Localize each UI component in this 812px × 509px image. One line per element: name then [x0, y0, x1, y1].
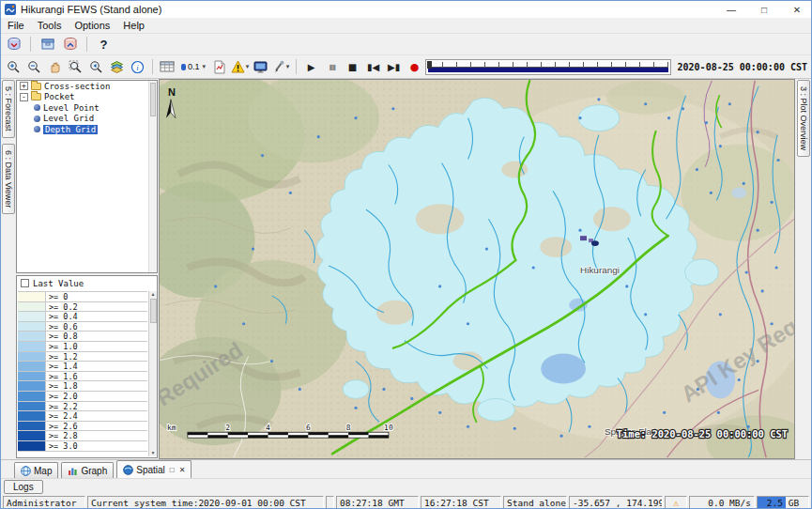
warning-layer-icon[interactable]: ▾	[230, 57, 250, 76]
legend-label: >= 1.6	[46, 372, 147, 381]
legend-row: >= 0.4	[18, 312, 147, 322]
zoom-extent-icon[interactable]	[66, 57, 85, 76]
title-bar: Hikurangi FEWS (Stand alone) — □ ✕	[1, 1, 811, 18]
tree-scrollbar[interactable]	[148, 81, 157, 272]
close-button[interactable]: ✕	[783, 2, 811, 18]
status-warning-icon[interactable]: ⚠	[665, 496, 687, 509]
legend-panel: Last Value >= 0 >= 0.2 >= 0.4 >= 0.6 >= …	[16, 275, 158, 458]
menu-help[interactable]: Help	[116, 19, 151, 32]
legend-row: >= 2.8	[18, 431, 147, 441]
tab-plot-overview[interactable]: 3 : Plot Overview	[797, 80, 810, 157]
status-memory: 2.5 GB	[757, 496, 809, 509]
info-icon[interactable]: i	[128, 57, 147, 76]
help-icon[interactable]: ?	[94, 35, 114, 54]
legend-label: >= 0.8	[46, 332, 147, 341]
map-viewport[interactable]: Hikurangi Springs Flat API Key Required …	[159, 79, 795, 459]
step-back-button[interactable]: ▮◀	[363, 57, 383, 76]
legend-row: >= 1.2	[18, 352, 147, 362]
spatial-sphere-icon	[123, 465, 133, 475]
zoom-in-icon[interactable]	[4, 57, 23, 76]
time-slider[interactable]	[425, 59, 670, 75]
status-download-speed: 0.0 MB/s	[689, 496, 755, 509]
layer-tree: + Cross-section - Pocket Level Point Lev…	[16, 80, 158, 273]
chevron-down-icon[interactable]: ▾	[246, 63, 250, 70]
legend-row: >= 2.4	[18, 411, 147, 422]
legend-swatch	[18, 302, 46, 312]
dropper-tool-icon[interactable]: ▾	[271, 57, 291, 76]
main-area: 5 : Forecast 6 : Data Viewer + Cross-sec…	[1, 79, 811, 459]
menu-file[interactable]: File	[1, 19, 31, 32]
time-slider-handle[interactable]	[427, 61, 432, 69]
database-icon[interactable]	[4, 35, 23, 54]
panel-close-button[interactable]: ✕	[179, 466, 186, 474]
legend-swatch	[18, 411, 46, 421]
legend-swatch	[18, 392, 46, 401]
legend-label: >= 1.2	[46, 352, 147, 362]
legend-swatch	[18, 322, 46, 332]
minimize-button[interactable]: —	[717, 2, 745, 18]
chevron-down-icon[interactable]: ▾	[286, 63, 290, 70]
zoom-previous-icon[interactable]	[86, 57, 106, 76]
legend-scrollbar[interactable]: ▲ ▼	[148, 291, 157, 456]
animation-display-icon[interactable]	[251, 57, 270, 76]
pause-button[interactable]: ▮▮	[322, 57, 342, 76]
pan-icon[interactable]	[45, 57, 65, 76]
profile-document-icon[interactable]	[209, 57, 229, 76]
scrollbar-thumb[interactable]	[150, 83, 156, 116]
window-title: Hikurangi FEWS (Stand alone)	[21, 4, 161, 15]
status-coordinates: -35.657 , 174.199	[569, 496, 663, 509]
stop-button[interactable]: ■	[343, 57, 362, 76]
expander-icon[interactable]: -	[20, 93, 28, 101]
tree-item-pocket[interactable]: - Pocket	[17, 92, 157, 103]
archive-icon[interactable]	[38, 35, 57, 54]
contour-threshold-control[interactable]: 0.1 ▾	[178, 57, 208, 76]
legend-label: >= 1.0	[46, 342, 147, 351]
legend-swatch	[18, 422, 46, 431]
menu-options[interactable]: Options	[68, 19, 116, 32]
tree-item-label: Level Point	[43, 103, 100, 113]
status-spacer	[326, 496, 334, 509]
expander-icon[interactable]: +	[20, 82, 28, 90]
time-range-bar	[428, 68, 667, 72]
layers-icon[interactable]	[107, 57, 127, 76]
tab-spatial[interactable]: Spatial □ ✕	[116, 460, 192, 478]
last-value-checkbox[interactable]	[21, 279, 29, 287]
map-canvas[interactable]: Hikurangi Springs Flat API Key Required …	[160, 80, 794, 458]
right-tab-strip: 3 : Plot Overview	[795, 79, 811, 459]
current-datetime: 2020-08-25 00:00:00 CST	[678, 62, 807, 72]
tab-graph[interactable]: Graph	[61, 462, 114, 478]
tab-forecast[interactable]: 5 : Forecast	[2, 80, 15, 138]
tab-graph-label: Graph	[81, 466, 107, 476]
folder-icon	[31, 93, 41, 100]
tree-item-depth-grid[interactable]: Depth Grid	[17, 124, 157, 135]
app-window: Hikurangi FEWS (Stand alone) — □ ✕ File …	[0, 0, 812, 509]
tree-item-level-grid[interactable]: Level Grid	[17, 114, 157, 125]
legend-list: >= 0 >= 0.2 >= 0.4 >= 0.6 >= 0.8 >= 1.0 …	[18, 291, 147, 456]
record-button[interactable]: ●	[405, 57, 424, 76]
zoom-out-icon[interactable]	[24, 57, 44, 76]
tab-map[interactable]: Map	[14, 462, 58, 478]
map-toolbar: i 0.1 ▾ ▾ ▾ ▶ ▮▮ ■ ▮◀ ▶▮ ●	[1, 55, 811, 79]
tree-item-level-point[interactable]: Level Point	[17, 102, 157, 114]
play-button[interactable]: ▶	[301, 57, 321, 76]
step-forward-button[interactable]: ▶▮	[384, 57, 404, 76]
menu-bar: File Tools Options Help	[1, 18, 811, 34]
town-label: Hikurangi	[580, 265, 620, 275]
legend-row: >= 1.4	[18, 362, 147, 372]
left-tab-strip: 5 : Forecast 6 : Data Viewer	[1, 79, 15, 459]
scrollbar-thumb[interactable]	[150, 299, 157, 323]
export-icon[interactable]	[60, 35, 80, 54]
app-icon	[5, 4, 16, 15]
maximize-button[interactable]: □	[750, 2, 778, 18]
folder-icon	[31, 83, 41, 90]
scroll-down-icon[interactable]: ▼	[151, 450, 156, 456]
panel-maximize-button[interactable]: □	[170, 466, 175, 474]
tree-item-cross-section[interactable]: + Cross-section	[17, 81, 157, 92]
chevron-down-icon[interactable]: ▾	[203, 63, 207, 70]
tree-item-label: Cross-section	[44, 82, 110, 91]
menu-tools[interactable]: Tools	[31, 19, 69, 32]
tab-data-viewer[interactable]: 6 : Data Viewer	[2, 144, 15, 214]
scroll-up-icon[interactable]: ▲	[151, 291, 156, 298]
logs-button[interactable]: Logs	[4, 480, 43, 494]
grid-display-icon[interactable]	[158, 57, 177, 76]
